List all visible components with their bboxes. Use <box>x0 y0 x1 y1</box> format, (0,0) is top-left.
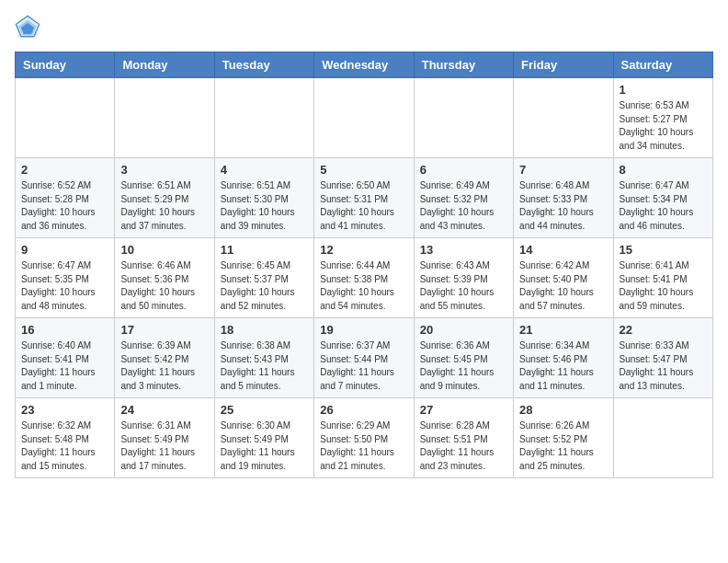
day-number: 17 <box>120 323 208 337</box>
day-info: Sunrise: 6:37 AM Sunset: 5:44 PM Dayligh… <box>320 339 407 393</box>
day-number: 16 <box>21 323 108 337</box>
day-number: 6 <box>420 163 507 177</box>
calendar-cell: 24Sunrise: 6:31 AM Sunset: 5:49 PM Dayli… <box>115 398 214 478</box>
calendar-cell <box>214 78 313 158</box>
calendar-cell: 7Sunrise: 6:48 AM Sunset: 5:33 PM Daylig… <box>514 158 613 238</box>
calendar-cell: 6Sunrise: 6:49 AM Sunset: 5:32 PM Daylig… <box>414 158 513 238</box>
calendar-cell: 26Sunrise: 6:29 AM Sunset: 5:50 PM Dayli… <box>314 398 414 478</box>
calendar-cell: 18Sunrise: 6:38 AM Sunset: 5:43 PM Dayli… <box>214 318 313 398</box>
day-info: Sunrise: 6:33 AM Sunset: 5:47 PM Dayligh… <box>620 339 707 393</box>
calendar-cell: 13Sunrise: 6:43 AM Sunset: 5:39 PM Dayli… <box>414 238 513 318</box>
day-info: Sunrise: 6:46 AM Sunset: 5:36 PM Dayligh… <box>120 259 208 313</box>
day-info: Sunrise: 6:39 AM Sunset: 5:42 PM Dayligh… <box>120 339 208 393</box>
calendar-week-row: 16Sunrise: 6:40 AM Sunset: 5:41 PM Dayli… <box>16 318 713 398</box>
day-number: 8 <box>620 163 707 177</box>
calendar-cell: 23Sunrise: 6:32 AM Sunset: 5:48 PM Dayli… <box>16 398 115 478</box>
day-info: Sunrise: 6:43 AM Sunset: 5:39 PM Dayligh… <box>420 259 507 313</box>
day-info: Sunrise: 6:50 AM Sunset: 5:31 PM Dayligh… <box>320 179 407 233</box>
day-info: Sunrise: 6:51 AM Sunset: 5:30 PM Dayligh… <box>221 179 308 233</box>
day-number: 7 <box>519 163 607 177</box>
calendar-week-row: 2Sunrise: 6:52 AM Sunset: 5:28 PM Daylig… <box>16 158 713 238</box>
day-number: 25 <box>221 403 308 417</box>
calendar-cell: 16Sunrise: 6:40 AM Sunset: 5:41 PM Dayli… <box>16 318 115 398</box>
calendar-cell: 9Sunrise: 6:47 AM Sunset: 5:35 PM Daylig… <box>16 238 115 318</box>
calendar-week-row: 9Sunrise: 6:47 AM Sunset: 5:35 PM Daylig… <box>16 238 713 318</box>
day-number: 9 <box>21 243 108 257</box>
day-info: Sunrise: 6:48 AM Sunset: 5:33 PM Dayligh… <box>519 179 607 233</box>
calendar-cell: 21Sunrise: 6:34 AM Sunset: 5:46 PM Dayli… <box>514 318 613 398</box>
day-number: 4 <box>221 163 308 177</box>
calendar-week-row: 1Sunrise: 6:53 AM Sunset: 5:27 PM Daylig… <box>16 78 713 158</box>
day-info: Sunrise: 6:32 AM Sunset: 5:48 PM Dayligh… <box>21 419 108 473</box>
calendar-cell <box>115 78 214 158</box>
calendar-cell: 15Sunrise: 6:41 AM Sunset: 5:41 PM Dayli… <box>613 238 712 318</box>
day-info: Sunrise: 6:47 AM Sunset: 5:35 PM Dayligh… <box>21 259 108 313</box>
day-number: 13 <box>420 243 507 257</box>
calendar-week-row: 23Sunrise: 6:32 AM Sunset: 5:48 PM Dayli… <box>16 398 713 478</box>
day-number: 18 <box>221 323 308 337</box>
calendar-cell <box>613 398 712 478</box>
day-info: Sunrise: 6:29 AM Sunset: 5:50 PM Dayligh… <box>320 419 407 473</box>
calendar-cell: 12Sunrise: 6:44 AM Sunset: 5:38 PM Dayli… <box>314 238 414 318</box>
day-number: 10 <box>120 243 208 257</box>
day-number: 20 <box>420 323 507 337</box>
weekday-header: Thursday <box>414 52 513 78</box>
day-number: 11 <box>221 243 308 257</box>
calendar-cell <box>16 78 115 158</box>
day-number: 1 <box>620 83 707 97</box>
day-number: 21 <box>519 323 607 337</box>
day-number: 15 <box>620 243 707 257</box>
weekday-header: Tuesday <box>214 52 313 78</box>
day-number: 23 <box>21 403 108 417</box>
weekday-header: Saturday <box>613 52 712 78</box>
day-info: Sunrise: 6:49 AM Sunset: 5:32 PM Dayligh… <box>420 179 507 233</box>
calendar-cell <box>414 78 513 158</box>
day-info: Sunrise: 6:42 AM Sunset: 5:40 PM Dayligh… <box>519 259 607 313</box>
day-info: Sunrise: 6:36 AM Sunset: 5:45 PM Dayligh… <box>420 339 507 393</box>
weekday-header: Wednesday <box>314 52 414 78</box>
logo-icon <box>15 15 40 40</box>
calendar-cell <box>514 78 613 158</box>
day-info: Sunrise: 6:41 AM Sunset: 5:41 PM Dayligh… <box>620 259 707 313</box>
day-info: Sunrise: 6:38 AM Sunset: 5:43 PM Dayligh… <box>221 339 308 393</box>
calendar-table: SundayMondayTuesdayWednesdayThursdayFrid… <box>15 52 713 478</box>
day-number: 3 <box>120 163 208 177</box>
day-number: 22 <box>620 323 707 337</box>
day-info: Sunrise: 6:47 AM Sunset: 5:34 PM Dayligh… <box>620 179 707 233</box>
day-number: 26 <box>320 403 407 417</box>
calendar-cell: 25Sunrise: 6:30 AM Sunset: 5:49 PM Dayli… <box>214 398 313 478</box>
day-number: 27 <box>420 403 507 417</box>
day-info: Sunrise: 6:26 AM Sunset: 5:52 PM Dayligh… <box>519 419 607 473</box>
calendar-cell: 1Sunrise: 6:53 AM Sunset: 5:27 PM Daylig… <box>613 78 712 158</box>
calendar-cell: 22Sunrise: 6:33 AM Sunset: 5:47 PM Dayli… <box>613 318 712 398</box>
calendar-cell: 28Sunrise: 6:26 AM Sunset: 5:52 PM Dayli… <box>514 398 613 478</box>
day-info: Sunrise: 6:40 AM Sunset: 5:41 PM Dayligh… <box>21 339 108 393</box>
day-info: Sunrise: 6:28 AM Sunset: 5:51 PM Dayligh… <box>420 419 507 473</box>
day-info: Sunrise: 6:51 AM Sunset: 5:29 PM Dayligh… <box>120 179 208 233</box>
calendar-cell: 8Sunrise: 6:47 AM Sunset: 5:34 PM Daylig… <box>613 158 712 238</box>
weekday-header: Monday <box>115 52 214 78</box>
calendar-cell: 4Sunrise: 6:51 AM Sunset: 5:30 PM Daylig… <box>214 158 313 238</box>
calendar-cell: 27Sunrise: 6:28 AM Sunset: 5:51 PM Dayli… <box>414 398 513 478</box>
day-number: 2 <box>21 163 108 177</box>
day-number: 19 <box>320 323 407 337</box>
day-number: 5 <box>320 163 407 177</box>
calendar-cell: 2Sunrise: 6:52 AM Sunset: 5:28 PM Daylig… <box>16 158 115 238</box>
day-info: Sunrise: 6:52 AM Sunset: 5:28 PM Dayligh… <box>21 179 108 233</box>
calendar-cell: 14Sunrise: 6:42 AM Sunset: 5:40 PM Dayli… <box>514 238 613 318</box>
calendar-cell: 20Sunrise: 6:36 AM Sunset: 5:45 PM Dayli… <box>414 318 513 398</box>
day-info: Sunrise: 6:44 AM Sunset: 5:38 PM Dayligh… <box>320 259 407 313</box>
weekday-header: Friday <box>514 52 613 78</box>
page-header <box>15 15 713 40</box>
day-info: Sunrise: 6:30 AM Sunset: 5:49 PM Dayligh… <box>221 419 308 473</box>
day-info: Sunrise: 6:53 AM Sunset: 5:27 PM Dayligh… <box>620 99 707 153</box>
calendar-header-row: SundayMondayTuesdayWednesdayThursdayFrid… <box>16 52 713 78</box>
logo <box>15 15 46 40</box>
calendar-cell: 10Sunrise: 6:46 AM Sunset: 5:36 PM Dayli… <box>115 238 214 318</box>
day-number: 28 <box>519 403 607 417</box>
day-info: Sunrise: 6:45 AM Sunset: 5:37 PM Dayligh… <box>221 259 308 313</box>
calendar-cell: 11Sunrise: 6:45 AM Sunset: 5:37 PM Dayli… <box>214 238 313 318</box>
day-number: 14 <box>519 243 607 257</box>
calendar-cell: 19Sunrise: 6:37 AM Sunset: 5:44 PM Dayli… <box>314 318 414 398</box>
day-info: Sunrise: 6:34 AM Sunset: 5:46 PM Dayligh… <box>519 339 607 393</box>
